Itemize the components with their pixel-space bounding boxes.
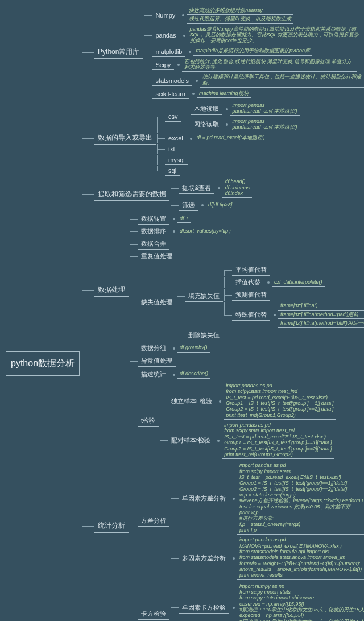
node-filter[interactable]: 筛选 [179, 200, 198, 211]
node-matplotlib[interactable]: matplotlib [152, 47, 185, 57]
node-fill-pred[interactable]: 预测值代替 [232, 289, 270, 301]
node-anova[interactable]: 方差分析 [138, 515, 169, 527]
node-dup[interactable]: 重复值处理 [138, 251, 176, 262]
leaf-csv-net: import pandas pandas.read_csv('本地路径') [230, 118, 300, 132]
node-scipy[interactable]: Scipy [152, 60, 174, 70]
node-libs[interactable]: Python常用库 [94, 46, 143, 59]
node-fill-special[interactable]: 特殊值代替 [232, 309, 270, 321]
leaf-pandas: pandas兼具Numpy高性能的数组计算功能以及电子表格和关系型数据（如SQL… [188, 26, 363, 45]
leaf-numpy-1: 快速高效的多维数组对象naarray [187, 7, 293, 15]
node-statsmodels[interactable]: statsmodels [152, 76, 192, 86]
leaf-group: df.groupby() [177, 345, 210, 352]
leaf-excel: df = pd.read_excel('本地路径') [195, 135, 267, 142]
leaf-ttest-ind: import pandas as pd from scipy.stats imp… [224, 383, 336, 420]
leaf-chi-one: import numpy as np from scipy import sta… [237, 583, 364, 621]
node-outlier[interactable]: 异常值处理 [138, 355, 176, 367]
leaf-csv-local: import pandas pandas.read_csv('本地路径') [230, 102, 300, 116]
node-group[interactable]: 数据分组 [138, 343, 169, 354]
node-desc[interactable]: 描述统计 [138, 369, 169, 380]
node-chi-one[interactable]: 单因素卡方检验 [179, 602, 229, 614]
leaf-fill-sp2: frame['tz'].fillna(method='pad')用前一个值代替 [278, 312, 364, 319]
leaf-anova-multi: import pandas as pd MANOVA=pd.read_excel… [237, 537, 364, 579]
node-numpy[interactable]: Numpy [152, 11, 179, 20]
leaf-desc: df.describe() [177, 371, 210, 378]
node-sql[interactable]: sql [165, 166, 180, 176]
node-chi[interactable]: 卡方检验 [138, 608, 169, 620]
node-txt[interactable]: txt [165, 144, 179, 154]
leaf-transpose: df.T [177, 216, 191, 223]
leaf-scipy: 它包括统计,优化,整合,线性代数模块,傅里叶变换,信号和图像处理,常微分方程求解… [182, 59, 357, 72]
node-mysql[interactable]: mysql [165, 155, 188, 165]
leaf-sort: df.sort_values(by='tip') [177, 228, 233, 235]
node-anova-one[interactable]: 单因素方差分析 [179, 493, 229, 504]
node-io[interactable]: 数据的导入或导出 [94, 132, 156, 145]
node-fill[interactable]: 填充缺失值 [185, 291, 223, 302]
node-fill-mean[interactable]: 平均值代替 [232, 264, 270, 276]
node-view[interactable]: 提取&查看 [179, 183, 214, 194]
node-process[interactable]: 数据处理 [94, 284, 129, 297]
node-ttest-ind[interactable]: 独立样本t 检验 [168, 396, 216, 407]
root-node[interactable]: python数据分析 [6, 351, 80, 376]
node-scikit[interactable]: scikit-learn [152, 89, 189, 99]
leaf-filter: df[df.tip>8] [206, 202, 234, 209]
node-pandas[interactable]: pandas [152, 31, 179, 40]
node-fill-interp[interactable]: 插值代替 [232, 277, 264, 288]
node-anova-multi[interactable]: 多因素方差分析 [179, 553, 229, 564]
node-csv[interactable]: csv [165, 112, 181, 122]
leaf-numpy-2: 线性代数运算、傅里叶变换，以及随机数生成 [187, 16, 293, 23]
node-ttest[interactable]: t检验 [138, 415, 159, 427]
node-csv-net[interactable]: 网络读取 [191, 119, 222, 130]
mindmap-root: python数据分析 Python常用库 Numpy 快速高效的多维数组对象na… [6, 6, 358, 621]
node-transpose[interactable]: 数据转置 [138, 213, 169, 225]
node-csv-local[interactable]: 本地读取 [191, 104, 222, 115]
node-miss[interactable]: 缺失值处理 [138, 297, 176, 308]
leaf-fill-interp: czf_data.interpolate() [272, 279, 325, 287]
leaf-matplotlib: matplotlib是最流行的用于绘制数据图表的python库 [193, 48, 312, 55]
leaf-statsmodels: 统计建模和计量经济学工具包，包括一些描述统计、统计模型估计和推断。 [200, 74, 364, 88]
leaf-anova-one: import pandas as pd from scipy import st… [237, 462, 364, 535]
leaf-fill-sp3: frame['tz'].fillna(method='bfill')用后一个值代… [278, 320, 364, 328]
leaf-ttest-rel: import pandas as pd from scipy.stats imp… [222, 422, 334, 459]
leaf-scikit: machine learning模块 [197, 90, 251, 98]
node-stats[interactable]: 统计分析 [94, 520, 129, 533]
node-extract[interactable]: 提取和筛选需要的数据 [94, 188, 169, 201]
leaf-view: df.head() df.columns df.index [222, 179, 252, 198]
node-dropna[interactable]: 删除缺失值 [185, 330, 223, 341]
leaf-fill-sp1: frame['tz'].fillna() [278, 303, 364, 310]
node-sort[interactable]: 数据排序 [138, 226, 169, 237]
node-excel[interactable]: excel [165, 134, 187, 143]
node-merge[interactable]: 数据合并 [138, 238, 169, 250]
node-ttest-rel[interactable]: 配对样本t检验 [168, 435, 214, 446]
